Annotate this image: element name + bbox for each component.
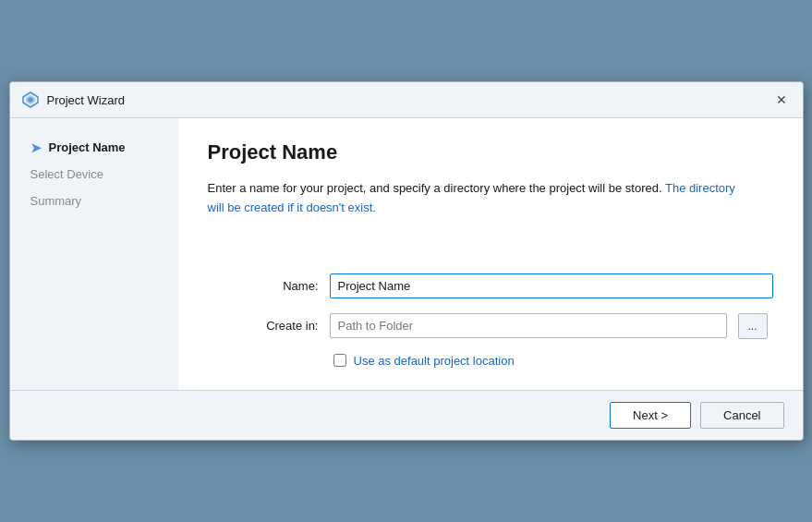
page-title: Project Name: [208, 140, 773, 164]
sidebar-label-project-name: Project Name: [49, 140, 126, 154]
dialog-footer: Next > Cancel: [10, 390, 803, 440]
main-content: Project Name Enter a name for your proje…: [178, 118, 803, 390]
active-arrow-icon: ➤: [30, 141, 42, 154]
checkbox-row: Use as default project location: [333, 354, 773, 368]
window-title: Project Wizard: [47, 93, 126, 107]
dialog-body: ➤ Project Name Select Device Summary Pro…: [10, 118, 803, 390]
cancel-button[interactable]: Cancel: [700, 402, 783, 429]
next-button[interactable]: Next >: [610, 402, 691, 429]
app-logo-icon: [21, 91, 40, 109]
title-bar-left: Project Wizard: [21, 91, 126, 109]
sidebar-item-summary[interactable]: Summary: [25, 190, 164, 212]
description: Enter a name for your project, and speci…: [208, 179, 744, 218]
sidebar: ➤ Project Name Select Device Summary: [10, 118, 178, 390]
description-part1: Enter a name for your project, and speci…: [208, 181, 662, 195]
name-input[interactable]: [330, 273, 773, 298]
close-button[interactable]: ✕: [771, 90, 792, 110]
title-bar: Project Wizard ✕: [10, 82, 803, 118]
create-in-label: Create in:: [245, 319, 319, 333]
sidebar-item-select-device[interactable]: Select Device: [25, 164, 164, 185]
name-row: Name:: [245, 273, 773, 298]
name-label: Name:: [245, 279, 319, 293]
sidebar-label-select-device: Select Device: [30, 167, 103, 181]
project-wizard-dialog: Project Wizard ✕ ➤ Project Name Select D…: [9, 81, 804, 441]
folder-input[interactable]: [330, 313, 727, 338]
default-location-checkbox[interactable]: [333, 354, 346, 367]
sidebar-label-summary: Summary: [30, 194, 82, 208]
browse-button[interactable]: ...: [738, 313, 768, 339]
create-in-row: Create in: ...: [245, 313, 773, 339]
default-location-label[interactable]: Use as default project location: [354, 354, 515, 368]
form-section: Name: Create in: ... Use as default proj…: [245, 273, 773, 368]
sidebar-item-project-name[interactable]: ➤ Project Name: [25, 137, 164, 158]
